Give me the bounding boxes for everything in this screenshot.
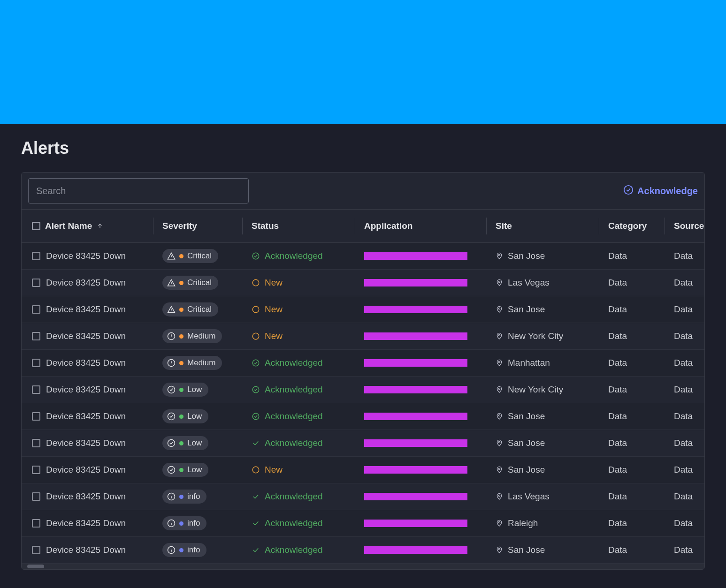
column-application[interactable]: Application bbox=[355, 218, 486, 234]
status-label: Acknowledged bbox=[265, 518, 323, 528]
row-checkbox[interactable] bbox=[32, 439, 40, 447]
severity-cell: Low bbox=[153, 436, 242, 450]
map-pin-icon bbox=[496, 306, 503, 313]
circle-open-icon bbox=[252, 279, 260, 287]
table-row[interactable]: Device 83425 DownCriticalAcknowledgedSan… bbox=[22, 243, 704, 270]
site-name: San Jose bbox=[508, 251, 545, 261]
table-row[interactable]: Device 83425 DownCriticalNewSan JoseData… bbox=[22, 296, 704, 323]
alert-name-cell: Device 83425 Down bbox=[22, 438, 153, 448]
circle-open-icon bbox=[252, 466, 260, 474]
table-row[interactable]: Device 83425 DownLowAcknowledgedSan Jose… bbox=[22, 430, 704, 457]
column-site[interactable]: Site bbox=[486, 218, 599, 234]
column-severity[interactable]: Severity bbox=[153, 218, 242, 234]
table-row[interactable]: Device 83425 DowninfoAcknowledgedRaleigh… bbox=[22, 510, 704, 537]
site-name: New York City bbox=[508, 384, 563, 395]
row-checkbox[interactable] bbox=[32, 252, 40, 260]
status-cell: Acknowledged bbox=[242, 251, 355, 261]
search-input[interactable] bbox=[28, 178, 249, 204]
table-row[interactable]: Device 83425 DownLowAcknowledgedSan Jose… bbox=[22, 403, 704, 430]
row-checkbox[interactable] bbox=[32, 466, 40, 474]
severity-dot bbox=[179, 361, 183, 365]
severity-label: Critical bbox=[187, 251, 212, 261]
site-name: San Jose bbox=[508, 545, 545, 555]
column-source[interactable]: Source bbox=[665, 218, 705, 234]
column-category[interactable]: Category bbox=[599, 218, 665, 234]
column-alert-name[interactable]: Alert Name bbox=[22, 218, 153, 234]
exclamation-circle-icon bbox=[167, 332, 176, 340]
severity-label: Low bbox=[187, 438, 202, 448]
application-cell bbox=[355, 439, 486, 447]
severity-dot bbox=[179, 254, 183, 258]
site-name: Manhattan bbox=[508, 358, 550, 368]
application-cell bbox=[355, 332, 486, 340]
status-label: Acknowledged bbox=[265, 438, 323, 448]
table-row[interactable]: Device 83425 DownMediumAcknowledgedManha… bbox=[22, 350, 704, 377]
warning-triangle-icon bbox=[167, 305, 176, 314]
status-cell: New bbox=[242, 331, 355, 341]
row-checkbox[interactable] bbox=[32, 492, 40, 501]
check-circle-icon bbox=[167, 385, 176, 394]
site-cell: Raleigh bbox=[486, 518, 599, 528]
severity-dot bbox=[179, 468, 183, 472]
table-row[interactable]: Device 83425 DownMediumNewNew York CityD… bbox=[22, 323, 704, 350]
source-cell: Data bbox=[665, 384, 705, 395]
table-row[interactable]: Device 83425 DownLowAcknowledgedNew York… bbox=[22, 377, 704, 403]
source-cell: Data bbox=[665, 545, 705, 555]
category-cell: Data bbox=[599, 358, 665, 368]
map-pin-icon bbox=[496, 466, 503, 474]
severity-dot bbox=[179, 308, 183, 312]
svg-point-12 bbox=[498, 361, 500, 362]
severity-dot bbox=[179, 415, 183, 419]
table-row[interactable]: Device 83425 DowninfoAcknowledgedLas Veg… bbox=[22, 483, 704, 510]
check-icon bbox=[252, 546, 260, 554]
row-checkbox[interactable] bbox=[32, 305, 40, 314]
alert-name: Device 83425 Down bbox=[46, 438, 126, 448]
severity-cell: Low bbox=[153, 463, 242, 477]
table-row[interactable]: Device 83425 DownLowNewSan JoseDataData bbox=[22, 457, 704, 483]
table-row[interactable]: Device 83425 DowninfoAcknowledgedSan Jos… bbox=[22, 537, 704, 564]
column-label: Severity bbox=[162, 221, 197, 231]
check-circle-icon bbox=[252, 385, 260, 394]
scrollbar-thumb[interactable] bbox=[27, 565, 44, 568]
category-cell: Data bbox=[599, 251, 665, 261]
column-label: Source bbox=[674, 221, 704, 231]
acknowledge-button[interactable]: Acknowledge bbox=[623, 185, 698, 197]
severity-pill: Low bbox=[162, 463, 208, 477]
table-row[interactable]: Device 83425 DownCriticalNewLas VegasDat… bbox=[22, 270, 704, 296]
row-checkbox[interactable] bbox=[32, 279, 40, 287]
column-label: Application bbox=[364, 221, 413, 231]
site-name: San Jose bbox=[508, 304, 545, 315]
status-cell: Acknowledged bbox=[242, 518, 355, 528]
row-checkbox[interactable] bbox=[32, 385, 40, 394]
table-body: Device 83425 DownCriticalAcknowledgedSan… bbox=[22, 243, 704, 564]
map-pin-icon bbox=[496, 386, 503, 393]
severity-label: Low bbox=[187, 385, 202, 394]
severity-cell: info bbox=[153, 516, 242, 530]
column-status[interactable]: Status bbox=[242, 218, 355, 234]
sort-ascending-icon bbox=[97, 223, 103, 229]
alert-name: Device 83425 Down bbox=[46, 278, 126, 288]
site-cell: New York City bbox=[486, 331, 599, 341]
application-bar bbox=[364, 466, 467, 474]
severity-dot bbox=[179, 548, 183, 552]
severity-dot bbox=[179, 521, 183, 526]
svg-point-16 bbox=[168, 413, 175, 420]
column-label: Status bbox=[252, 221, 279, 231]
site-name: San Jose bbox=[508, 465, 545, 475]
check-circle-icon bbox=[167, 439, 176, 447]
row-checkbox[interactable] bbox=[32, 332, 40, 340]
row-checkbox[interactable] bbox=[32, 519, 40, 528]
severity-dot bbox=[179, 441, 183, 445]
row-checkbox[interactable] bbox=[32, 412, 40, 421]
site-cell: San Jose bbox=[486, 304, 599, 315]
horizontal-scrollbar[interactable] bbox=[22, 564, 704, 569]
severity-cell: Critical bbox=[153, 302, 242, 317]
map-pin-icon bbox=[496, 520, 503, 527]
status-cell: New bbox=[242, 465, 355, 475]
row-checkbox[interactable] bbox=[32, 546, 40, 554]
severity-pill: Medium bbox=[162, 329, 222, 343]
select-all-checkbox[interactable] bbox=[32, 222, 40, 230]
row-checkbox[interactable] bbox=[32, 359, 40, 367]
status-label: New bbox=[265, 304, 283, 315]
svg-point-19 bbox=[168, 440, 175, 447]
